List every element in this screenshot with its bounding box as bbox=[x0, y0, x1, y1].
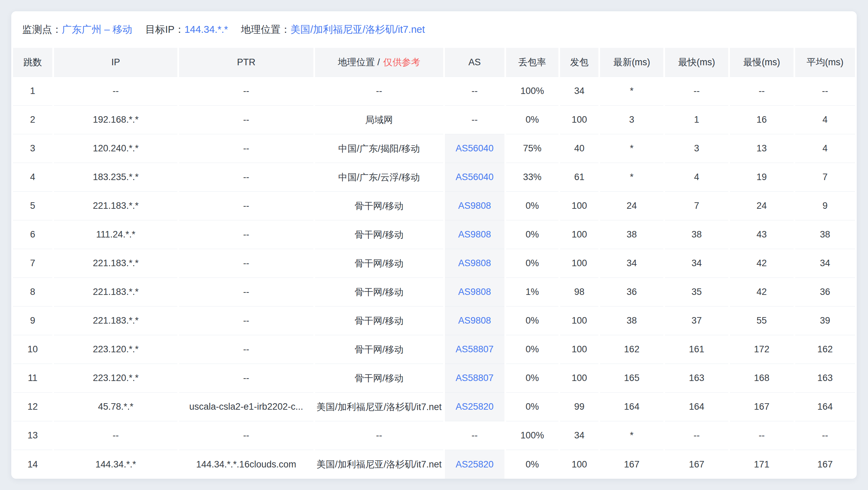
hop-cell: 4 bbox=[13, 163, 52, 192]
hop-cell: 13 bbox=[13, 421, 52, 450]
latest-cell: 162 bbox=[600, 335, 663, 364]
fastest-cell: 163 bbox=[665, 364, 728, 393]
ptr-cell: -- bbox=[179, 192, 313, 220]
ptr-cell: -- bbox=[179, 307, 313, 335]
slowest-cell: 42 bbox=[730, 249, 793, 278]
geo-location-label: 地理位置： bbox=[241, 23, 290, 37]
fastest-cell: 3 bbox=[665, 134, 728, 163]
hop-cell: 6 bbox=[13, 220, 52, 249]
ip-cell: 221.183.*.* bbox=[54, 278, 177, 307]
loss-cell: 33% bbox=[506, 163, 558, 192]
sent-cell: 99 bbox=[560, 393, 598, 421]
slowest-cell: 168 bbox=[730, 364, 793, 393]
fastest-cell: 161 bbox=[665, 335, 728, 364]
avg-cell: 34 bbox=[795, 249, 855, 278]
ip-cell: -- bbox=[54, 421, 177, 450]
table-row: 8 221.183.*.* -- 骨干网/移动 AS9808 1% 98 36 … bbox=[13, 278, 855, 307]
avg-cell: 4 bbox=[795, 106, 855, 134]
slowest-cell: 43 bbox=[730, 220, 793, 249]
geo-cell: 骨干网/移动 bbox=[315, 335, 443, 364]
loss-cell: 100% bbox=[506, 77, 558, 106]
ptr-cell: -- bbox=[179, 106, 313, 134]
fastest-cell: 1 bbox=[665, 106, 728, 134]
sent-cell: 61 bbox=[560, 163, 598, 192]
slowest-cell: 171 bbox=[730, 450, 793, 479]
sent-cell: 34 bbox=[560, 77, 598, 106]
sent-cell: 100 bbox=[560, 335, 598, 364]
sent-cell: 100 bbox=[560, 220, 598, 249]
ip-cell: 45.78.*.* bbox=[54, 393, 177, 421]
loss-cell: 100% bbox=[506, 421, 558, 450]
col-header-avg: 平均(ms) bbox=[795, 48, 855, 77]
slowest-cell: 19 bbox=[730, 163, 793, 192]
ip-cell: 120.240.*.* bbox=[54, 134, 177, 163]
geo-cell: 骨干网/移动 bbox=[315, 192, 443, 220]
slowest-cell: 167 bbox=[730, 393, 793, 421]
hop-cell: 5 bbox=[13, 192, 52, 220]
as-link[interactable]: AS56040 bbox=[445, 134, 504, 163]
ip-cell: 111.24.*.* bbox=[54, 220, 177, 249]
ip-cell: 183.235.*.* bbox=[54, 163, 177, 192]
as-link[interactable]: AS9808 bbox=[445, 249, 504, 278]
avg-cell: 39 bbox=[795, 307, 855, 335]
as-link[interactable]: AS56040 bbox=[445, 163, 504, 192]
as-cell: -- bbox=[445, 421, 504, 450]
table-row: 12 45.78.*.* uscala-csla2-e1-irb2202-c..… bbox=[13, 393, 855, 421]
geo-cell: 骨干网/移动 bbox=[315, 307, 443, 335]
ptr-cell: uscala-csla2-e1-irb2202-c... bbox=[179, 393, 313, 421]
table-row: 3 120.240.*.* -- 中国/广东/揭阳/移动 AS56040 75%… bbox=[13, 134, 855, 163]
geo-cell: 局域网 bbox=[315, 106, 443, 134]
avg-cell: 36 bbox=[795, 278, 855, 307]
table-header-row: 跳数 IP PTR 地理位置 /仅供参考 AS 丢包率 发包 最新(ms) 最快… bbox=[13, 48, 855, 77]
table-row: 1 -- -- -- -- 100% 34 * -- -- -- bbox=[13, 77, 855, 106]
hop-cell: 11 bbox=[13, 364, 52, 393]
avg-cell: 7 bbox=[795, 163, 855, 192]
slowest-cell: 13 bbox=[730, 134, 793, 163]
fastest-cell: 4 bbox=[665, 163, 728, 192]
avg-cell: 164 bbox=[795, 393, 855, 421]
as-link[interactable]: AS58807 bbox=[445, 364, 504, 393]
slowest-cell: 55 bbox=[730, 307, 793, 335]
as-cell: -- bbox=[445, 77, 504, 106]
loss-cell: 0% bbox=[506, 192, 558, 220]
table-row: 2 192.168.*.* -- 局域网 -- 0% 100 3 1 16 4 bbox=[13, 106, 855, 134]
fastest-cell: -- bbox=[665, 77, 728, 106]
ip-cell: -- bbox=[54, 77, 177, 106]
table-row: 9 221.183.*.* -- 骨干网/移动 AS9808 0% 100 38… bbox=[13, 307, 855, 335]
geo-location-value[interactable]: 美国/加利福尼亚/洛杉矶/it7.net bbox=[290, 23, 425, 37]
as-link[interactable]: AS25820 bbox=[445, 450, 504, 479]
monitor-point-value[interactable]: 广东广州 – 移动 bbox=[62, 23, 132, 37]
as-link[interactable]: AS9808 bbox=[445, 307, 504, 335]
slowest-cell: 16 bbox=[730, 106, 793, 134]
as-link[interactable]: AS9808 bbox=[445, 192, 504, 220]
col-header-latest: 最新(ms) bbox=[600, 48, 663, 77]
avg-cell: 38 bbox=[795, 220, 855, 249]
hop-cell: 10 bbox=[13, 335, 52, 364]
col-header-fastest: 最快(ms) bbox=[665, 48, 728, 77]
as-link[interactable]: AS25820 bbox=[445, 393, 504, 421]
loss-cell: 0% bbox=[506, 450, 558, 479]
table-row: 11 223.120.*.* -- 骨干网/移动 AS58807 0% 100 … bbox=[13, 364, 855, 393]
loss-cell: 0% bbox=[506, 393, 558, 421]
latest-cell: * bbox=[600, 421, 663, 450]
col-header-geo-note: 仅供参考 bbox=[383, 57, 420, 67]
fastest-cell: 35 bbox=[665, 278, 728, 307]
ip-cell: 223.120.*.* bbox=[54, 335, 177, 364]
geo-cell: 美国/加利福尼亚/洛杉矶/it7.net bbox=[315, 450, 443, 479]
latest-cell: 36 bbox=[600, 278, 663, 307]
ip-cell: 221.183.*.* bbox=[54, 307, 177, 335]
as-link[interactable]: AS58807 bbox=[445, 335, 504, 364]
geo-cell: -- bbox=[315, 77, 443, 106]
target-ip-group: 目标IP： 144.34.*.* bbox=[145, 23, 228, 37]
col-header-geo: 地理位置 /仅供参考 bbox=[315, 48, 443, 77]
sent-cell: 34 bbox=[560, 421, 598, 450]
as-link[interactable]: AS9808 bbox=[445, 278, 504, 307]
hop-cell: 7 bbox=[13, 249, 52, 278]
target-ip-value[interactable]: 144.34.*.* bbox=[185, 24, 228, 35]
sent-cell: 40 bbox=[560, 134, 598, 163]
fastest-cell: 38 bbox=[665, 220, 728, 249]
avg-cell: 167 bbox=[795, 450, 855, 479]
table-row: 14 144.34.*.* 144.34.*.*.16clouds.com 美国… bbox=[13, 450, 855, 479]
as-link[interactable]: AS9808 bbox=[445, 220, 504, 249]
ip-cell: 223.120.*.* bbox=[54, 364, 177, 393]
